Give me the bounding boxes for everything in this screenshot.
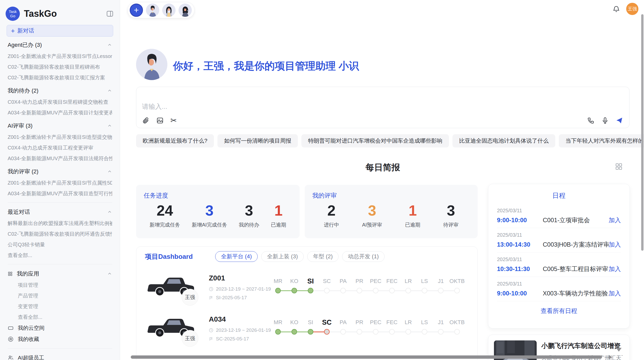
milestone-label: SI: [302, 318, 319, 327]
people-icon: [8, 355, 14, 360]
phone-icon[interactable]: [587, 117, 595, 124]
sidebar-item[interactable]: C02-飞腾新能源轻客改款项目立项汇报方案: [8, 72, 112, 83]
view-all-apps-link[interactable]: 查看全部...: [8, 312, 112, 322]
join-link[interactable]: 加入: [609, 241, 621, 249]
project-dates: 2023-12-19 ~ 2027-01-19: [216, 286, 271, 292]
chat-input-box: ✂: [136, 87, 630, 128]
scroll-right-arrow[interactable]: [609, 355, 612, 359]
milestone-label-current: SC: [319, 318, 335, 327]
app-title: TaskGo: [24, 8, 106, 19]
sidebar-item[interactable]: A034-全新新能源MUV产品开发项目法规符合性评审: [8, 153, 112, 164]
milestone-label: LS: [416, 318, 433, 327]
user-avatar[interactable]: 王强: [626, 3, 638, 15]
app-item-product-mgmt[interactable]: 产品管理: [8, 290, 112, 301]
agent-avatar-1[interactable]: [146, 4, 159, 17]
tab-new-platform[interactable]: 全新平台 (4): [215, 251, 258, 262]
join-link[interactable]: 加入: [609, 216, 621, 224]
milestone-dot: [340, 329, 346, 335]
section-header-my-review[interactable]: 我的评审 (2): [8, 166, 112, 177]
event-time: 10:30-11:30: [497, 265, 543, 273]
app-logo: Task Go: [6, 7, 20, 21]
section-title: 我的待办 (2): [8, 87, 38, 95]
milestone-label: J1: [433, 318, 449, 327]
milestone-dot-done: [291, 288, 297, 293]
scroll-down-arrow[interactable]: [616, 348, 622, 352]
app-item-project-mgmt[interactable]: 项目管理: [8, 280, 112, 290]
attachment-icon[interactable]: [142, 117, 150, 124]
tab-powertrain[interactable]: 动总开发 (1): [342, 251, 385, 262]
section-header-agent-done[interactable]: Agent已办 (3): [8, 39, 112, 51]
image-upload-icon[interactable]: [156, 117, 164, 124]
milestone-dot: [324, 288, 330, 293]
view-all-schedule-link[interactable]: 查看所有日程: [497, 307, 621, 315]
suggestion-chip[interactable]: 欧洲新规最近颁布了什么?: [136, 134, 214, 147]
sidebar-collapse-icon[interactable]: [106, 10, 114, 18]
schedule-event: 2025/03/11 9:00-10:00 C001-立项审批会 加入: [497, 204, 621, 228]
suggestion-chip[interactable]: 如何写一份清晰的项目周报: [217, 134, 298, 147]
project-dates: 2023-12-19 ~ 2026-01-19: [216, 327, 271, 333]
sidebar-item[interactable]: C02-飞腾新能源轻客改款项目里程碑画布: [8, 62, 112, 72]
sidebar-item[interactable]: A034-全新新能源MUV产品开发项目造型可行性评审: [8, 188, 112, 199]
section-title: 最近对话: [8, 208, 30, 216]
vertical-scrollbar[interactable]: [641, 14, 643, 251]
project-row[interactable]: 王强 A034 2023-12-19 ~ 2026-01-19 SC-2025-…: [136, 313, 477, 354]
scissors-icon[interactable]: ✂: [170, 117, 177, 124]
sidebar-item[interactable]: C0X4-动力总成开发项目工程变更评审: [8, 142, 112, 153]
sidebar-item-ai-super-staff[interactable]: AI超级员工: [8, 352, 112, 360]
sidebar-item[interactable]: C0X4-动力总成开发项目SI里程碑提交物检查: [8, 97, 112, 107]
send-icon[interactable]: [616, 117, 623, 124]
app-item-change-mgmt[interactable]: 变更管理: [8, 301, 112, 312]
section-header-recent[interactable]: 最近对话: [8, 206, 112, 218]
sidebar-item-cloud-space[interactable]: 我的云空间: [8, 322, 112, 334]
milestone-track: MR KO SI SC PA PR PEC FEC LR LS J1 OKTB: [270, 318, 465, 335]
suggestion-chip[interactable]: 比亚迪全固态电池计划具体说了什么: [452, 134, 555, 147]
milestone-label: MR: [270, 277, 286, 286]
chat-input[interactable]: [142, 103, 523, 111]
milestone-dot-done: [275, 288, 281, 293]
recent-chat-item[interactable]: 解释最新出台的欧盟报废车法规再生塑料比例被调至15%...: [8, 218, 112, 229]
microphone-icon[interactable]: [601, 117, 609, 124]
horizontal-scrollbar[interactable]: [131, 355, 602, 359]
quick-access-bar: +: [127, 2, 195, 18]
project-flag: SC-2025-05-17: [216, 336, 249, 342]
sidebar-item-favorites[interactable]: 我的收藏: [8, 334, 112, 345]
tab-year-model[interactable]: 年型 (2): [307, 251, 339, 262]
suggestion-chip[interactable]: 当下年轻人对汽车外观有怎样的喜好趋势: [559, 134, 644, 147]
milestone-label: LR: [400, 277, 416, 286]
divider: [8, 202, 112, 203]
agent-avatar-2[interactable]: [162, 4, 175, 17]
agent-avatar-3[interactable]: [179, 4, 192, 17]
milestone-label: FEC: [384, 277, 400, 286]
notification-bell-icon[interactable]: [612, 5, 620, 13]
join-link[interactable]: 加入: [609, 289, 621, 297]
join-link[interactable]: 加入: [609, 265, 621, 273]
milestone-label: J1: [433, 277, 449, 286]
sidebar-item[interactable]: Z001-全新燃油轻卡产品开发项目SI节点属性5D文件评审: [8, 177, 112, 188]
milestone-label: OKTB: [449, 318, 465, 327]
stat-in-progress: 2进行中: [324, 202, 339, 228]
sidebar-item[interactable]: Z001-全新燃油皮卡产品开发项目SI节点Lesson Learn报告: [8, 51, 112, 62]
event-time: 9:00-10:00: [497, 290, 543, 297]
sidebar: Task Go TaskGo + 新对话 Agent已办 (3) Z001-全新…: [0, 0, 120, 360]
layout-grid-icon[interactable]: [615, 163, 623, 170]
sidebar-item[interactable]: Z001-全新燃油轻卡产品开发项目SI造型提交物评审: [8, 132, 112, 142]
project-row[interactable]: 王强 Z001 2023-12-19 ~ 2027-01-19 SI-2025-…: [136, 272, 477, 313]
section-header-my-apps[interactable]: 我的应用: [8, 268, 112, 280]
recent-chat-item[interactable]: 公司Q3轻卡销量: [8, 239, 112, 250]
milestone-dot: [438, 288, 444, 293]
tab-new-body[interactable]: 全新上装 (3): [261, 251, 304, 262]
suggestion-chip[interactable]: 特朗普可能对进口汽车增税会对中国车企造成哪些影响: [301, 134, 449, 147]
milestone-dot: [405, 329, 411, 335]
sidebar-item[interactable]: A034-全新新能源MUV产品开发项目计划变更表编写: [8, 107, 112, 118]
section-header-my-todo[interactable]: 我的待办 (2): [8, 85, 112, 97]
milestone-label: OKTB: [449, 277, 465, 286]
add-agent-button[interactable]: +: [130, 4, 143, 17]
section-header-ai-review[interactable]: AI评审 (3): [8, 120, 112, 132]
section-title: Agent已办 (3): [8, 41, 42, 49]
new-chat-button[interactable]: + 新对话: [7, 25, 113, 37]
section-title: 我的应用: [8, 270, 39, 278]
recent-chat-item[interactable]: C02-飞腾新能源轻客改款项目的闭环通告反馈情况: [8, 229, 112, 239]
view-all-chats-link[interactable]: 查看全部...: [8, 250, 112, 261]
cloud-icon: [8, 325, 14, 331]
event-time: 13:00-14:30: [497, 241, 543, 248]
